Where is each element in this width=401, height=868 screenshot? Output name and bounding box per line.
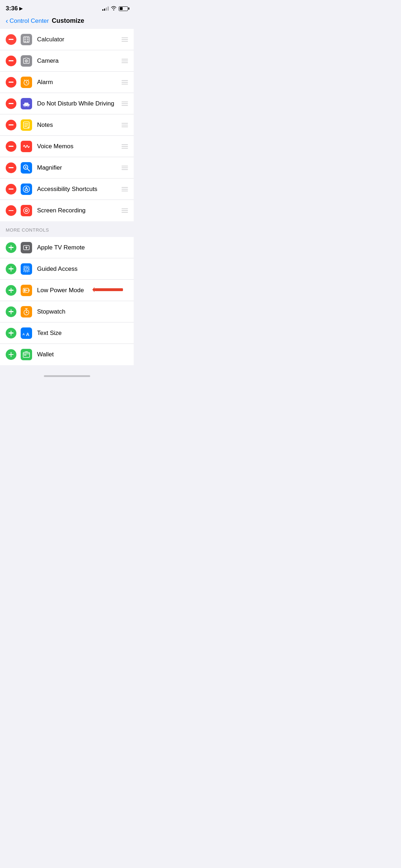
svg-line-13 <box>28 80 29 81</box>
item-label-screen-recording: Screen Recording <box>37 207 119 214</box>
svg-line-23 <box>27 169 30 171</box>
svg-rect-2 <box>27 37 29 38</box>
remove-button-magnifier[interactable] <box>6 162 16 173</box>
arrow-annotation <box>92 285 128 296</box>
item-label-wallet: Wallet <box>37 351 128 358</box>
svg-point-30 <box>26 210 27 211</box>
svg-line-12 <box>24 80 25 81</box>
item-label-dnd-driving: Do Not Disturb While Driving <box>37 100 119 107</box>
drag-handle-calculator[interactable] <box>122 37 128 42</box>
item-label-text-size: Text Size <box>37 330 128 337</box>
home-indicator <box>0 372 134 378</box>
svg-point-15 <box>24 105 26 107</box>
back-label: Control Center <box>10 17 49 25</box>
svg-rect-4 <box>27 39 29 40</box>
status-bar: 3:36 ▶ <box>0 0 134 14</box>
notes-icon <box>21 119 32 131</box>
drag-handle-notes[interactable] <box>122 123 128 127</box>
add-button-wallet[interactable] <box>6 349 16 360</box>
svg-line-11 <box>26 83 27 83</box>
more-controls-header: MORE CONTROLS <box>0 221 134 237</box>
list-item: Voice Memos <box>0 136 134 157</box>
item-label-magnifier: Magnifier <box>37 164 119 171</box>
guided-access-icon <box>21 263 32 275</box>
add-button-guided-access[interactable] <box>6 264 16 274</box>
svg-rect-3 <box>24 39 26 40</box>
apple-tv-icon <box>21 242 32 253</box>
remove-button-screen-recording[interactable] <box>6 205 16 216</box>
status-icons <box>102 6 128 11</box>
battery-icon <box>119 6 128 11</box>
svg-rect-36 <box>24 289 26 292</box>
list-item: A A Text Size <box>0 322 134 344</box>
svg-rect-5 <box>24 41 26 42</box>
svg-text:A: A <box>22 332 25 336</box>
list-item: Accessibility Shortcuts <box>0 179 134 200</box>
wallet-icon <box>21 349 32 360</box>
accessibility-icon <box>21 184 32 195</box>
nav-bar: ‹ Control Center Customize <box>0 14 134 29</box>
text-size-icon: A A <box>21 327 32 339</box>
chevron-left-icon: ‹ <box>6 17 8 24</box>
alarm-icon <box>21 77 32 88</box>
list-item: Apple TV Remote <box>0 237 134 258</box>
drag-handle-screen-recording[interactable] <box>122 208 128 213</box>
list-item: Magnifier <box>0 157 134 179</box>
svg-rect-17 <box>23 104 30 105</box>
item-label-accessibility: Accessibility Shortcuts <box>37 186 119 193</box>
remove-button-notes[interactable] <box>6 120 16 130</box>
add-button-stopwatch[interactable] <box>6 306 16 317</box>
home-bar <box>44 375 90 377</box>
svg-rect-1 <box>24 37 26 38</box>
drag-handle-dnd-driving[interactable] <box>122 102 128 106</box>
svg-rect-35 <box>29 289 30 291</box>
location-icon: ▶ <box>19 6 22 11</box>
drag-handle-accessibility[interactable] <box>122 187 128 191</box>
item-label-voice-memos: Voice Memos <box>37 143 119 150</box>
list-item: Screen Recording <box>0 200 134 221</box>
list-item-low-power: Low Power Mode <box>0 280 134 301</box>
svg-rect-6 <box>27 41 29 42</box>
remove-button-camera[interactable] <box>6 56 16 66</box>
remove-button-dnd-driving[interactable] <box>6 98 16 109</box>
list-item: Notes <box>0 114 134 136</box>
list-item: Alarm <box>0 72 134 93</box>
list-item: Do Not Disturb While Driving <box>0 93 134 114</box>
remove-button-accessibility[interactable] <box>6 184 16 195</box>
back-button[interactable]: ‹ Control Center <box>6 17 49 25</box>
drag-handle-voice-memos[interactable] <box>122 144 128 149</box>
low-power-icon <box>21 285 32 296</box>
drag-handle-camera[interactable] <box>122 59 128 63</box>
remove-button-alarm[interactable] <box>6 77 16 88</box>
camera-icon <box>21 55 32 67</box>
calculator-icon <box>21 34 32 45</box>
signal-icon <box>102 6 109 11</box>
add-button-text-size[interactable] <box>6 328 16 339</box>
remove-button-calculator[interactable] <box>6 34 16 45</box>
item-label-notes: Notes <box>37 122 119 129</box>
drag-handle-magnifier[interactable] <box>122 166 128 170</box>
list-item: Guided Access <box>0 258 134 280</box>
item-label-low-power: Low Power Mode <box>37 287 89 294</box>
list-item: Camera <box>0 50 134 72</box>
add-button-apple-tv[interactable] <box>6 242 16 253</box>
svg-rect-38 <box>94 288 123 291</box>
drag-handle-alarm[interactable] <box>122 80 128 84</box>
svg-point-27 <box>26 187 27 188</box>
remove-button-voice-memos[interactable] <box>6 141 16 152</box>
section-label-more-controls: MORE CONTROLS <box>6 227 49 233</box>
magnifier-icon <box>21 162 32 174</box>
svg-rect-49 <box>24 355 26 356</box>
svg-point-16 <box>27 105 29 107</box>
item-label-alarm: Alarm <box>37 79 119 86</box>
item-label-stopwatch: Stopwatch <box>37 308 128 315</box>
svg-point-8 <box>26 60 27 61</box>
wifi-icon <box>111 6 117 11</box>
svg-point-45 <box>26 312 27 313</box>
more-controls-section: Apple TV Remote Guided Access Low Power … <box>0 237 134 365</box>
add-button-low-power[interactable] <box>6 285 16 296</box>
list-item: Stopwatch <box>0 301 134 322</box>
included-controls-section: Calculator Camera <box>0 29 134 221</box>
list-item: Calculator <box>0 29 134 50</box>
svg-point-26 <box>23 186 30 192</box>
